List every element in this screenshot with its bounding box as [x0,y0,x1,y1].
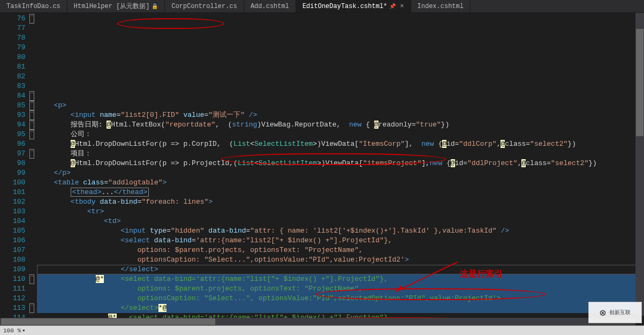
tab-label: Add.cshtml [251,3,289,10]
code-line[interactable]: <select data-bind='attr:{name:"list2["+ … [37,236,644,245]
code-line[interactable]: <td> [37,217,644,226]
code-area[interactable]: 这是行索引 <p> <input name="list2[0].FID" val… [37,13,644,325]
code-line[interactable]: <tbody data-bind="foreach: lines"> [37,197,644,207]
code-line[interactable]: <table class="addlogtable"> [37,178,644,188]
tab-htmlhelper[interactable]: HtmlHelper [从元数据]🔒 [67,0,165,12]
annotation-oval-1 [117,18,224,29]
code-editor[interactable]: 7677787980818283848593949596979899100101… [0,13,644,325]
code-line[interactable]: 项目： [37,149,644,159]
code-line[interactable]: optionsCaption: "Select...", optionsValu… [37,294,644,303]
code-line[interactable]: </select> [37,265,644,274]
code-line[interactable]: <input type="hidden" data-bind="attr: { … [37,226,644,236]
tabbar: TaskInfoDao.cs HtmlHelper [从元数据]🔒 CorpCo… [0,0,644,13]
code-line[interactable]: </select>*@ [37,303,644,313]
tab-corpcontroller[interactable]: CorpController.cs [165,0,244,12]
chevron-down-icon: ▾ [22,327,26,334]
status-bar: 100 % ▾ [0,325,644,335]
tab-add[interactable]: Add.cshtml [244,0,296,12]
code-line[interactable]: <thead>...</thead> [37,188,644,197]
horizontal-scrollbar[interactable] [0,318,635,325]
close-icon[interactable]: × [400,3,404,10]
line-numbers: 7677787980818283848593949596979899100101… [0,13,29,325]
pin-icon[interactable]: 📌 [389,3,396,10]
scroll-thumb[interactable] [636,29,643,136]
code-line[interactable]: @* <select data-bind='attr:{name:"list["… [37,274,644,284]
scroll-thumb[interactable] [1,318,215,325]
fold-column[interactable]: − −+−−− − − − [29,13,37,325]
code-line[interactable]: <tr> [37,207,644,217]
tab-editonedaytask[interactable]: EditOneDayTask.cshtml*📌× [296,0,411,12]
code-line[interactable]: options: $parent.projects, optionsText: … [37,284,644,294]
code-line[interactable]: optionsCaption: "Select...",optionsValue… [37,255,644,265]
code-line[interactable]: </p> [37,168,644,178]
code-line[interactable]: 报告日期: @Html.TextBox("reportdate", (strin… [37,120,644,130]
tab-label: CorpController.cs [171,3,237,10]
gutter: 7677787980818283848593949596979899100101… [0,13,37,325]
tab-label: Index.cshtml [418,3,464,10]
tab-index[interactable]: Index.cshtml [411,0,471,12]
lock-icon: 🔒 [151,3,158,10]
code-line[interactable]: <p> [37,101,644,110]
tab-label: EditOneDayTask.cshtml* [302,3,387,10]
watermark-logo: ⊗ 创新互联 [588,302,642,323]
tab-label: TaskInfoDao.cs [6,3,60,10]
zoom-level[interactable]: 100 % ▾ [3,327,26,334]
tab-label: HtmlHelper [从元数据] [74,2,150,11]
annotation-text: 这是行索引 [460,269,503,279]
code-line[interactable]: <input name="list2[0].FID" value="测试一下" … [37,110,644,120]
code-line[interactable]: 公司： [37,130,644,139]
tab-taskinfodao[interactable]: TaskInfoDao.cs [0,0,67,12]
code-line[interactable]: options: $parent.projects, optionsText: … [37,245,644,255]
vertical-scrollbar[interactable] [635,13,644,316]
code-line[interactable]: @Html.DropDownListFor(p => p.CorpID, (Li… [37,139,644,149]
code-line[interactable]: @Html.DropDownListFor(p => p.ProjectId,(… [37,159,644,168]
